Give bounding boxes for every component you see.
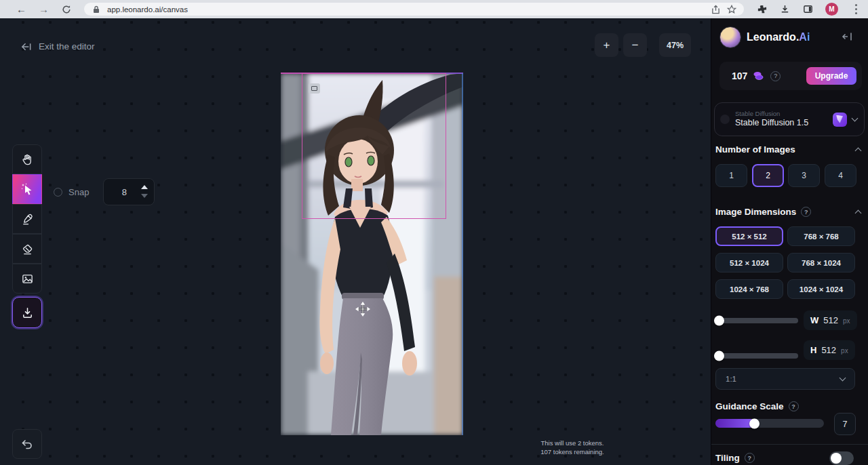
dim-512x1024[interactable]: 512 × 1024 [715, 253, 783, 272]
url-text[interactable]: app.leonardo.ai/canvas [107, 5, 188, 14]
snap-value-input[interactable]: 8 [103, 178, 155, 205]
url-bar[interactable]: app.leonardo.ai/canvas [84, 3, 744, 16]
token-usage-note: This will use 2 tokens. 107 tokens remai… [505, 439, 640, 456]
bookmark-star-icon[interactable] [726, 4, 737, 15]
guidance-scale-value[interactable]: 7 [834, 413, 856, 435]
image-dimensions-help-icon[interactable] [801, 207, 811, 217]
selection-rectangle[interactable] [302, 73, 446, 219]
hand-tool-button[interactable] [12, 144, 42, 174]
num-images-option-3[interactable]: 3 [788, 164, 820, 187]
guidance-scale-slider[interactable] [715, 419, 824, 428]
aspect-ratio-dropdown[interactable]: 1:1 [715, 368, 855, 390]
token-usage-line1: This will use 2 tokens. [505, 439, 640, 447]
height-value[interactable]: 512 [821, 345, 836, 355]
generation-sidebar: Leonardo.Ai 107 Upgrade Stable Diffusion… [711, 18, 868, 465]
dim-768x1024[interactable]: 768 × 1024 [787, 253, 855, 272]
width-unit: px [843, 317, 850, 325]
undo-button[interactable] [12, 429, 42, 459]
number-of-images-label: Number of Images [715, 144, 795, 155]
snap-label: Snap [68, 187, 89, 197]
num-images-option-4[interactable]: 4 [825, 164, 856, 187]
leonardo-logo-avatar [719, 26, 741, 48]
width-slider-thumb[interactable] [714, 316, 724, 326]
token-balance-pill: 107 Upgrade [719, 62, 862, 90]
canvas-workspace[interactable]: Exit the editor Snap [0, 18, 711, 465]
width-label: W [810, 315, 818, 325]
sidebar-panel-icon[interactable] [802, 4, 813, 15]
image-right-edge [462, 73, 463, 435]
extensions-puzzle-icon[interactable] [756, 4, 767, 15]
height-unit: px [841, 347, 848, 355]
number-of-images-header: Number of Images [715, 144, 861, 155]
height-slider[interactable] [714, 353, 798, 359]
upgrade-button[interactable]: Upgrade [806, 67, 856, 85]
tiling-header: Tiling [715, 453, 817, 463]
token-usage-line2: 107 tokens remaining. [505, 447, 640, 456]
browser-download-icon[interactable] [779, 4, 790, 15]
profile-avatar[interactable]: M [825, 3, 838, 16]
image-tool-button[interactable] [12, 264, 42, 294]
snap-toggle-icon[interactable] [54, 188, 62, 197]
model-chevron-down-icon[interactable] [852, 115, 859, 122]
number-of-images-collapse-icon[interactable] [855, 148, 862, 155]
zoom-level-display[interactable]: 47% [659, 33, 691, 57]
browser-forward-icon[interactable]: → [39, 4, 49, 14]
browser-chrome: ← → app.leonardo.ai/canvas M [0, 0, 868, 18]
dim-1024x1024[interactable]: 1024 × 1024 [787, 279, 855, 299]
collapse-sidebar-icon[interactable] [842, 31, 855, 42]
move-cursor-icon [355, 302, 370, 317]
model-category: Stable Diffusion [735, 110, 808, 118]
hand-icon [21, 153, 34, 166]
model-radio-icon [720, 115, 730, 124]
guidance-scale-header: Guidance Scale [715, 401, 861, 411]
num-images-option-2[interactable]: 2 [752, 164, 784, 187]
eraser-icon [21, 243, 34, 256]
image-dimensions-collapse-icon[interactable] [855, 210, 862, 217]
dim-768x768[interactable]: 768 × 768 [787, 226, 855, 246]
sidebar-divider [711, 444, 868, 445]
download-tool-button[interactable] [12, 297, 42, 328]
exit-arrow-icon [20, 43, 32, 51]
tiling-label: Tiling [715, 453, 740, 463]
zoom-out-button[interactable]: − [623, 33, 647, 57]
aspect-ratio-value: 1:1 [726, 375, 736, 383]
brand-title: Leonardo.Ai [747, 31, 810, 43]
zoom-in-button[interactable]: + [595, 33, 618, 57]
token-count: 107 [732, 70, 747, 81]
height-label: H [810, 345, 816, 355]
selection-image-badge-icon[interactable] [309, 83, 320, 94]
guidance-scale-thumb[interactable] [749, 418, 760, 428]
num-images-option-1[interactable]: 1 [715, 164, 747, 187]
browser-back-icon[interactable]: ← [16, 4, 26, 14]
width-value[interactable]: 512 [823, 315, 838, 325]
image-dimensions-label: Image Dimensions [715, 207, 796, 217]
guidance-scale-help-icon[interactable] [789, 401, 799, 411]
model-logo-icon [833, 113, 847, 127]
brush-tool-button[interactable] [12, 204, 42, 234]
tiling-help-icon[interactable] [745, 453, 755, 463]
exit-editor-button[interactable]: Exit the editor [20, 41, 95, 52]
lock-icon [91, 4, 102, 15]
snap-control: Snap 8 [54, 178, 155, 205]
tiling-toggle-knob [831, 453, 842, 464]
snap-decrement-icon[interactable] [141, 194, 148, 198]
width-slider[interactable] [714, 318, 798, 323]
coins-icon [753, 70, 765, 81]
dim-1024x768[interactable]: 1024 × 768 [715, 279, 783, 299]
snap-increment-icon[interactable] [141, 185, 148, 189]
height-slider-thumb[interactable] [714, 351, 724, 361]
leonardo-canvas-app: ← → app.leonardo.ai/canvas M [0, 0, 868, 465]
tokens-help-icon[interactable] [770, 71, 781, 81]
tiling-toggle[interactable] [829, 451, 854, 465]
image-dimensions-header: Image Dimensions [715, 207, 861, 217]
dim-512x512[interactable]: 512 × 512 [715, 226, 783, 246]
guidance-scale-label: Guidance Scale [715, 401, 784, 411]
brush-icon [21, 213, 34, 226]
eraser-tool-button[interactable] [12, 234, 42, 264]
select-cursor-tool-button[interactable] [12, 174, 42, 204]
browser-menu-icon[interactable] [850, 4, 861, 15]
share-icon[interactable] [710, 4, 721, 15]
exit-editor-label: Exit the editor [39, 41, 95, 52]
model-selector[interactable]: Stable Diffusion Stable Diffusion 1.5 [714, 102, 865, 136]
browser-reload-icon[interactable] [61, 4, 72, 15]
